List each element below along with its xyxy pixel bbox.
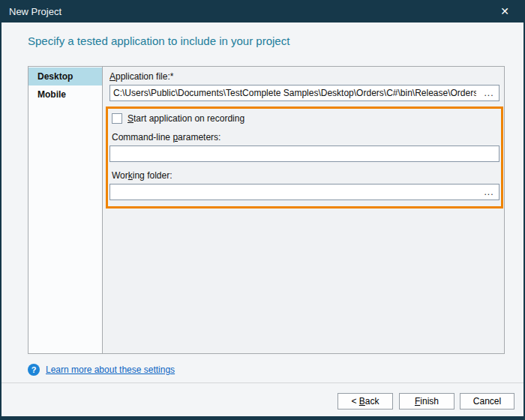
start-on-recording-checkbox[interactable]: [112, 113, 122, 124]
finish-button[interactable]: Finish: [399, 393, 454, 410]
help-icon[interactable]: ?: [28, 364, 40, 376]
working-folder-input[interactable]: [110, 187, 479, 197]
learn-more-link[interactable]: Learn more about these settings: [46, 364, 175, 375]
application-file-label: Application file:*: [110, 71, 504, 82]
page-title: Specify a tested application to include …: [28, 34, 290, 47]
highlighted-settings-box: Start application on recording Command-l…: [106, 106, 503, 208]
main-panel: Application file:* ... Start application…: [103, 67, 504, 353]
application-file-input[interactable]: [110, 88, 479, 98]
back-button[interactable]: < Back: [338, 393, 393, 410]
application-file-field-wrap: ...: [110, 85, 500, 101]
start-on-recording-row: Start application on recording: [112, 113, 500, 124]
sidebar-item-desktop[interactable]: Desktop: [28, 68, 102, 86]
command-line-input[interactable]: [110, 148, 499, 159]
content-box: Desktop Mobile Application file:* ... St…: [28, 66, 505, 354]
start-on-recording-label: Start application on recording: [128, 113, 244, 124]
application-file-browse-button[interactable]: ...: [479, 86, 499, 100]
command-line-label: Command-line parameters:: [112, 132, 500, 142]
cancel-button[interactable]: Cancel: [460, 393, 514, 410]
sidebar-item-mobile[interactable]: Mobile: [28, 86, 102, 104]
footer-separator: [2, 382, 524, 383]
working-folder-browse-button[interactable]: ...: [479, 184, 499, 200]
working-folder-field-wrap: ...: [110, 184, 500, 200]
window-title: New Project: [9, 6, 62, 17]
working-folder-label: Working folder:: [112, 170, 500, 181]
close-icon[interactable]: ✕: [492, 0, 518, 22]
command-line-field-wrap: [110, 146, 500, 162]
help-row: ? Learn more about these settings: [28, 364, 175, 376]
title-bar: New Project: [0, 0, 525, 22]
sidebar: Desktop Mobile: [28, 67, 103, 353]
